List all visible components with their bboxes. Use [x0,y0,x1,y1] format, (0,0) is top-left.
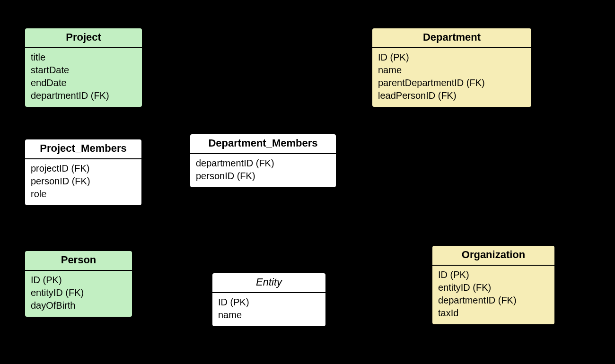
attr: ID (PK) [218,296,320,309]
attr: departmentID (FK) [31,89,136,102]
attr: ID (PK) [31,274,126,286]
attr: startDate [31,64,136,77]
attr: projectID (FK) [31,162,136,175]
entity-entity-attrs: ID (PK) name [212,293,325,326]
entity-entity: Entity ID (PK) name [211,272,326,327]
attr: title [31,51,136,64]
entity-department-members-attrs: departmentID (FK) personID (FK) [190,154,336,187]
entity-department-members: Department_Members departmentID (FK) per… [189,133,337,188]
entity-project-attrs: title startDate endDate departmentID (FK… [25,48,142,107]
entity-project-members: Project_Members projectID (FK) personID … [24,139,142,206]
attr: dayOfBirth [31,299,126,312]
entity-entity-title: Entity [212,273,325,293]
entity-person-attrs: ID (PK) entityID (FK) dayOfBirth [25,271,132,317]
entity-department-title: Department [372,28,531,48]
entity-organization-title: Organization [432,246,554,266]
attr: role [31,188,136,200]
attr: ID (PK) [438,269,549,281]
attr: endDate [31,77,136,89]
attr: entityID (FK) [438,281,549,294]
er-diagram-canvas: Project title startDate endDate departme… [0,0,615,364]
attr: name [218,309,320,321]
entity-department-attrs: ID (PK) name parentDepartmentID (FK) lea… [372,48,531,107]
attr: departmentID (FK) [438,294,549,307]
attr: personID (FK) [196,170,330,182]
entity-project-title: Project [25,28,142,48]
attr: leadPersonID (FK) [378,89,526,102]
attr: name [378,64,526,77]
attr: entityID (FK) [31,286,126,299]
entity-person: Person ID (PK) entityID (FK) dayOfBirth [24,250,133,318]
entity-project-members-title: Project_Members [25,139,141,159]
entity-project-members-attrs: projectID (FK) personID (FK) role [25,159,141,205]
attr: ID (PK) [378,51,526,64]
entity-organization-attrs: ID (PK) entityID (FK) departmentID (FK) … [432,266,554,324]
entity-organization: Organization ID (PK) entityID (FK) depar… [431,245,555,325]
attr: personID (FK) [31,175,136,188]
entity-project: Project title startDate endDate departme… [24,27,143,108]
attr: parentDepartmentID (FK) [378,77,526,89]
entity-department-members-title: Department_Members [190,134,336,154]
entity-department: Department ID (PK) name parentDepartment… [371,27,532,108]
attr: taxId [438,307,549,320]
attr: departmentID (FK) [196,157,330,170]
entity-person-title: Person [25,251,132,271]
